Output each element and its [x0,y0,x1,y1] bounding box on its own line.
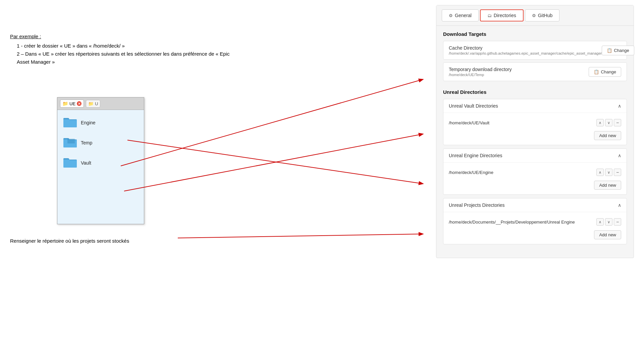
gear-icon-general: ⚙ [449,13,453,18]
vault-group-content: /home/deck/UE/Vault ∧ ∨ − Add new [443,113,627,145]
tab-directories[interactable]: 🗂 Directories [480,9,524,21]
folder-icon-tab: 🗂 [487,13,492,18]
projects-add-new-button[interactable]: Add new [594,230,621,239]
projects-up-button[interactable]: ∧ [596,218,604,226]
file-browser-header: 📁 UE ✕ 📁 U [57,98,144,110]
projects-entry-path: /home/deck/Documents/__Projets/Developpe… [449,220,575,225]
engine-group-content: /home/deck/UE/Engine ∧ ∨ − Add new [443,163,627,194]
engine-entry-path: /home/deck/UE/Engine [449,170,493,175]
bottom-instruction: Renseigner le répertoire où les projets … [10,238,129,244]
svg-line-4 [124,134,423,191]
vault-group-header[interactable]: Unreal Vault Directories ∧ [443,99,627,113]
svg-rect-0 [67,139,75,143]
projects-group-header[interactable]: Unreal Projects Directories ∧ [443,198,627,212]
folder-vault-icon [63,156,77,170]
projects-down-button[interactable]: ∨ [605,218,612,226]
vault-label: Vault [81,160,91,166]
instruction-line-2: 2 – Dans « UE » créer les répertoires su… [17,50,238,66]
projects-group-label: Unreal Projects Directories [449,202,505,208]
cache-directory-card: Cache Directory /home/deck/.var/app/io.g… [443,41,627,60]
vault-up-button[interactable]: ∧ [596,119,604,126]
folder-icon-2: 📁 [88,101,94,106]
engine-add-new-button[interactable]: Add new [594,181,621,190]
engine-entry-controls: ∧ ∨ − [596,169,621,176]
folder-engine-icon [63,116,77,129]
file-browser: 📁 UE ✕ 📁 U Engine [57,97,144,224]
projects-entry-controls: ∧ ∨ − [596,218,621,226]
svg-line-3 [121,79,423,166]
engine-remove-button[interactable]: − [614,169,621,176]
folder-temp-icon [63,136,77,149]
temp-label: Temp [81,140,92,145]
tab-general-label: General [455,13,472,18]
engine-label: Engine [81,120,96,125]
example-title: Par exemple : [10,34,238,39]
vault-remove-button[interactable]: − [614,119,621,126]
file-list: Engine Temp Vault [57,110,144,224]
cache-change-button[interactable]: 📋 Change [602,46,634,55]
engine-group-header[interactable]: Unreal Engine Directories ∧ [443,149,627,163]
vault-group: Unreal Vault Directories ∧ /home/deck/UE… [443,99,627,145]
cache-dir-name: Cache Directory [449,45,602,51]
download-targets-section: Download Targets Cache Directory /home/d… [436,26,634,89]
tabs-header: ⚙ General 🗂 Directories ⚙ GitHub [436,5,634,26]
folder-icon: 📁 [62,101,68,106]
projects-remove-button[interactable]: − [614,218,621,226]
gear-icon-github: ⚙ [532,13,536,18]
vault-entry-row: /home/deck/UE/Vault ∧ ∨ − [449,116,621,129]
file-tab-ue[interactable]: 📁 UE ✕ [60,100,84,108]
download-targets-title: Download Targets [443,31,627,37]
cache-change-label: Change [614,48,629,53]
tab-ue-label: UE [69,101,75,106]
vault-entry-path: /home/deck/UE/Vault [449,120,489,125]
engine-add-row: Add new [449,179,621,191]
temp-directory-card: Temporary download directory /home/deck/… [443,62,627,81]
tab-directories-label: Directories [494,13,516,18]
vault-entry-controls: ∧ ∨ − [596,119,621,126]
tab-general[interactable]: ⚙ General [442,9,479,21]
engine-entry-row: /home/deck/UE/Engine ∧ ∨ − [449,166,621,179]
unreal-directories-section: Unreal Directories Unreal Vault Director… [436,89,634,251]
temp-dir-name: Temporary download directory [449,67,512,72]
vault-group-label: Unreal Vault Directories [449,103,498,109]
temp-dir-info: Temporary download directory /home/deck/… [449,67,512,77]
temp-dir-path: /home/deck/UE/Temp [449,73,512,77]
tab-close-btn[interactable]: ✕ [77,101,82,106]
svg-line-5 [178,234,423,238]
cache-dir-path: /home/deck/.var/app/io.github.achetagame… [449,51,602,55]
instruction-line-1: 1 - créer le dossier « UE » dans « /home… [17,42,238,50]
file-item-engine[interactable]: Engine [57,113,144,133]
vault-add-new-button[interactable]: Add new [594,131,621,140]
engine-down-button[interactable]: ∨ [605,169,612,176]
tab-u-label: U [95,101,98,106]
vault-add-row: Add new [449,129,621,141]
file-tab-u[interactable]: 📁 U [86,100,100,108]
projects-chevron-up-icon: ∧ [618,202,621,208]
file-item-vault[interactable]: Vault [57,153,144,173]
engine-group-label: Unreal Engine Directories [449,153,502,158]
svg-line-2 [127,140,423,184]
left-panel: Par exemple : 1 - créer le dossier « UE … [10,34,238,66]
temp-change-button[interactable]: 📋 Change [589,67,621,77]
engine-up-button[interactable]: ∧ [596,169,604,176]
projects-group-content: /home/deck/Documents/__Projets/Developpe… [443,212,627,244]
copy-icon-temp: 📋 [594,69,599,74]
projects-add-row: Add new [449,228,621,241]
cache-dir-info: Cache Directory /home/deck/.var/app/io.g… [449,45,602,55]
projects-entry-row: /home/deck/Documents/__Projets/Developpe… [449,216,621,228]
engine-chevron-up-icon: ∧ [618,153,621,158]
tab-github-label: GitHub [538,13,553,18]
unreal-section-title: Unreal Directories [443,89,627,95]
vault-chevron-up-icon: ∧ [618,103,621,109]
copy-icon-cache: 📋 [607,48,612,53]
right-panel: ⚙ General 🗂 Directories ⚙ GitHub Downloa… [436,5,634,258]
temp-change-label: Change [601,69,616,74]
projects-group: Unreal Projects Directories ∧ /home/deck… [443,198,627,244]
file-item-temp[interactable]: Temp [57,133,144,153]
engine-group: Unreal Engine Directories ∧ /home/deck/U… [443,148,627,195]
tab-github[interactable]: ⚙ GitHub [525,9,560,21]
vault-down-button[interactable]: ∨ [605,119,612,126]
